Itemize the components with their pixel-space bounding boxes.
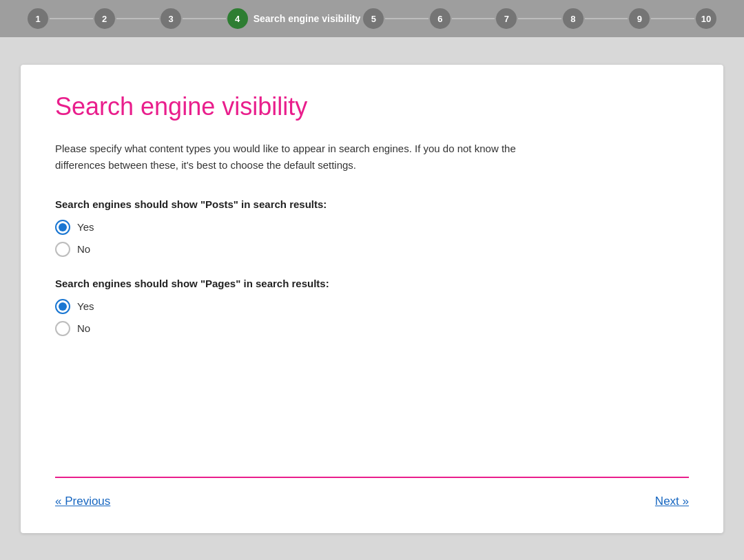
nav-buttons: « Previous Next » (55, 478, 689, 512)
step-item-5: 5 (363, 8, 430, 29)
step-item-3: 3 (161, 8, 227, 29)
stepper-bar: 1 2 3 4 Search engine visibility 5 6 7 (0, 0, 744, 37)
questions-block: Search engines should show "Posts" in se… (55, 198, 689, 477)
step-item-8: 8 (563, 8, 630, 29)
step-circle-1: 1 (28, 8, 48, 29)
posts-question-label: Search engines should show "Posts" in se… (55, 198, 689, 210)
step-line-2 (116, 18, 160, 19)
posts-yes-label: Yes (77, 221, 94, 233)
pages-yes-radio[interactable] (55, 299, 70, 314)
step-circle-8: 8 (563, 8, 583, 29)
step-circle-10: 10 (696, 8, 716, 29)
step-line-3 (183, 18, 226, 19)
active-step-label: Search engine visibility (254, 13, 361, 24)
pages-yes-label: Yes (77, 300, 94, 312)
step-line-8 (585, 18, 628, 19)
step-circle-5: 5 (363, 8, 384, 29)
page-description: Please specify what content types you wo… (55, 141, 537, 174)
step-line-6 (452, 18, 495, 19)
posts-question-group: Search engines should show "Posts" in se… (55, 198, 689, 257)
pages-no-radio[interactable] (55, 321, 70, 336)
pages-question-label: Search engines should show "Pages" in se… (55, 278, 689, 289)
stepper-track: 1 2 3 4 Search engine visibility 5 6 7 (28, 8, 716, 29)
posts-yes-radio[interactable] (55, 220, 70, 235)
content-card: Search engine visibility Please specify … (21, 65, 723, 533)
pages-no-option[interactable]: No (55, 321, 689, 336)
pages-yes-option[interactable]: Yes (55, 299, 689, 314)
step-circle-6: 6 (430, 8, 451, 29)
step-circle-4-active: 4 (227, 8, 248, 29)
posts-no-option[interactable]: No (55, 242, 689, 257)
step-circle-2: 2 (94, 8, 115, 29)
step-line-5 (385, 18, 428, 19)
previous-button[interactable]: « Previous (55, 490, 110, 512)
pages-no-label: No (77, 322, 90, 334)
step-item-10: 10 (696, 8, 716, 29)
page-title: Search engine visibility (55, 92, 689, 121)
next-button[interactable]: Next » (655, 490, 689, 512)
step-item-4: 4 Search engine visibility (227, 8, 364, 29)
step-line-1 (50, 18, 93, 19)
step-item-1: 1 (28, 8, 94, 29)
step-item-7: 7 (496, 8, 563, 29)
posts-no-radio[interactable] (55, 242, 70, 257)
step-circle-9: 9 (629, 8, 650, 29)
pages-question-group: Search engines should show "Pages" in se… (55, 278, 689, 336)
step-item-9: 9 (629, 8, 696, 29)
posts-yes-option[interactable]: Yes (55, 220, 689, 235)
posts-no-label: No (77, 243, 90, 255)
step-circle-7: 7 (496, 8, 517, 29)
step-line-7 (518, 18, 561, 19)
step-line-9 (651, 18, 694, 19)
step-item-6: 6 (430, 8, 497, 29)
main-wrapper: Search engine visibility Please specify … (0, 37, 744, 560)
step-circle-3: 3 (161, 8, 181, 29)
step-item-2: 2 (94, 8, 161, 29)
